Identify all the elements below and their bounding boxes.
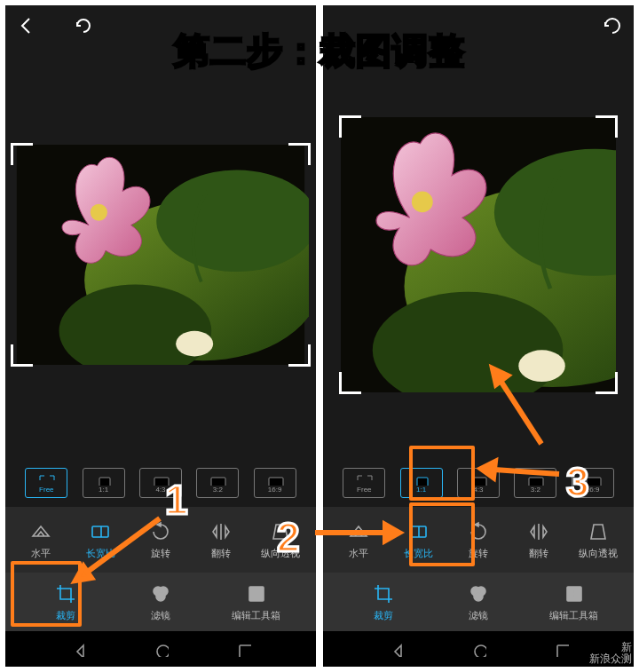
nav-recent[interactable]	[233, 639, 253, 659]
tool-level[interactable]: 水平	[334, 520, 383, 560]
nav-recent[interactable]	[551, 639, 571, 659]
rotate-reset-button[interactable]	[602, 15, 623, 40]
tool-perspective[interactable]: 纵向透视	[256, 520, 305, 560]
tab-filter[interactable]: 滤镜	[125, 582, 196, 622]
ratio-free[interactable]: Free	[25, 468, 67, 498]
crop-handle-tl[interactable]	[11, 143, 33, 165]
android-navbar	[5, 631, 316, 667]
ratio-1-1[interactable]: 1:1	[83, 468, 125, 498]
crop-handle-tr[interactable]	[288, 143, 311, 165]
tool-perspective[interactable]: 纵向透视	[573, 520, 623, 560]
ratio-16-9[interactable]: 16:9	[572, 468, 614, 498]
tool-flip[interactable]: 翻转	[514, 520, 564, 560]
nav-home[interactable]	[151, 639, 170, 659]
crop-handle-bl[interactable]	[11, 344, 33, 367]
ratio-3-2[interactable]: 3:2	[514, 468, 556, 498]
nav-back[interactable]	[68, 639, 88, 659]
canvas-area[interactable]	[5, 50, 316, 459]
bottom-tabs: 裁剪 滤镜 编辑工具箱	[5, 573, 316, 631]
ratio-free[interactable]: Free	[343, 468, 385, 498]
crop-handle-br[interactable]	[288, 344, 311, 367]
tab-filter[interactable]: 滤镜	[443, 582, 514, 622]
crop-handle-tl[interactable]	[339, 115, 361, 138]
ratio-4-3[interactable]: 4:3	[139, 468, 182, 498]
tab-tools[interactable]: 编辑工具箱	[539, 582, 610, 622]
tool-rotate[interactable]: 旋转	[136, 520, 185, 560]
bottom-tabs: 裁剪 滤镜 编辑工具箱	[323, 573, 634, 631]
nav-back[interactable]	[386, 639, 406, 659]
crop-handle-bl[interactable]	[339, 372, 361, 394]
tool-rotate[interactable]: 旋转	[454, 520, 503, 560]
ratio-1-1[interactable]: 1:1	[400, 468, 443, 498]
tool-row: 水平 长宽比 旋转 翻转 纵向透视	[5, 507, 316, 573]
ratio-3-2[interactable]: 3:2	[196, 468, 239, 498]
crop-handle-tr[interactable]	[596, 115, 618, 138]
ratio-16-9[interactable]: 16:9	[254, 468, 296, 498]
canvas-area[interactable]	[323, 50, 634, 459]
tool-aspect[interactable]: 长宽比	[393, 520, 443, 560]
aspect-ratio-row: Free 1:1 4:3 3:2 16:9	[323, 459, 634, 507]
crop-handle-br[interactable]	[596, 372, 618, 394]
ratio-4-3[interactable]: 4:3	[457, 468, 500, 498]
nav-home[interactable]	[469, 639, 488, 659]
tab-tools[interactable]: 编辑工具箱	[221, 582, 292, 622]
phone-right: Free 1:1 4:3 3:2 16:9 水平 长宽比 旋转 翻转 纵向透视 …	[323, 5, 634, 667]
tool-flip[interactable]: 翻转	[196, 520, 246, 560]
back-button[interactable]	[16, 15, 37, 40]
tool-level[interactable]: 水平	[16, 520, 66, 560]
undo-button[interactable]	[73, 15, 94, 40]
photo-content	[341, 117, 616, 392]
topbar	[5, 5, 316, 50]
tool-row: 水平 长宽比 旋转 翻转 纵向透视	[323, 507, 634, 573]
android-navbar	[323, 631, 634, 667]
tab-crop[interactable]: 裁剪	[30, 582, 101, 622]
tab-crop[interactable]: 裁剪	[348, 582, 419, 622]
tool-aspect[interactable]: 长宽比	[75, 520, 125, 560]
phone-left: Free 1:1 4:3 3:2 16:9 水平 长宽比 旋转 翻转 纵向透视 …	[5, 5, 316, 667]
aspect-ratio-row: Free 1:1 4:3 3:2 16:9	[5, 459, 316, 507]
photo-content	[12, 145, 309, 365]
topbar	[323, 5, 634, 50]
